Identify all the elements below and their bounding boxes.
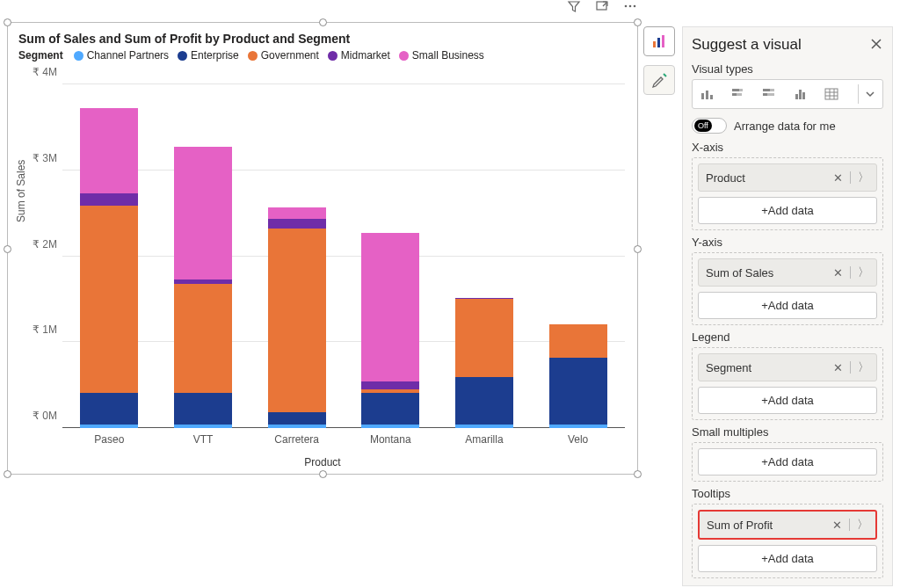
add-data-button[interactable]: +Add data	[698, 387, 877, 414]
svg-rect-0	[597, 2, 606, 10]
segment-midmarket[interactable]	[80, 193, 138, 205]
segment-government[interactable]	[549, 324, 607, 358]
legend-swatch-channel	[74, 51, 83, 61]
visual-type-stacked-bar-icon[interactable]	[729, 84, 748, 104]
visual-type-table-icon[interactable]	[822, 84, 841, 104]
segment-channel-partners[interactable]	[549, 425, 607, 428]
field-pill[interactable]: Sum of Profit✕〉	[698, 510, 877, 540]
bar-montana[interactable]	[361, 233, 419, 428]
remove-field-icon[interactable]: ✕	[833, 171, 843, 185]
remove-field-icon[interactable]: ✕	[833, 361, 843, 374]
field-pill[interactable]: Segment✕〉	[698, 353, 877, 381]
field-options-icon[interactable]: 〉	[858, 265, 869, 280]
segment-enterprise[interactable]	[174, 393, 232, 425]
segment-small-business[interactable]	[268, 207, 326, 219]
pane-title: Suggest a visual	[692, 36, 802, 54]
remove-field-icon[interactable]: ✕	[832, 519, 842, 532]
bar-paseo[interactable]	[80, 108, 138, 428]
add-data-button[interactable]: +Add data	[698, 197, 877, 224]
field-pill-label: Sum of Profit	[707, 519, 773, 532]
visual-types-expand-icon[interactable]	[858, 84, 877, 104]
add-data-button[interactable]: +Add data	[698, 292, 877, 319]
field-well-y-axis[interactable]: Sum of Sales✕〉+Add data	[692, 252, 883, 325]
bar-carretera[interactable]	[268, 207, 326, 428]
resize-handle[interactable]	[319, 18, 327, 26]
arrange-data-label: Arrange data for me	[734, 120, 836, 133]
bar-velo[interactable]	[549, 324, 607, 428]
y-tick-label: ₹ 4M	[17, 66, 57, 78]
svg-rect-9	[710, 95, 713, 99]
segment-channel-partners[interactable]	[174, 425, 232, 428]
resize-handle[interactable]	[634, 18, 642, 26]
y-tick-label: ₹ 0M	[17, 410, 57, 422]
segment-enterprise[interactable]	[549, 358, 607, 425]
bar-amarilla[interactable]	[455, 298, 513, 428]
svg-rect-7	[701, 93, 704, 99]
more-options-icon[interactable]	[622, 0, 638, 14]
resize-handle[interactable]	[4, 245, 11, 253]
add-data-button[interactable]: +Add data	[698, 448, 877, 475]
plot-area: ₹ 0M₹ 1M₹ 2M₹ 3M₹ 4M	[62, 84, 625, 428]
field-well-small-multiples[interactable]: +Add data	[692, 442, 883, 482]
segment-small-business[interactable]	[174, 147, 232, 279]
field-pill-label: Product	[706, 171, 745, 185]
resize-handle[interactable]	[319, 470, 327, 478]
resize-handle[interactable]	[634, 470, 642, 478]
segment-enterprise[interactable]	[455, 377, 513, 424]
segment-midmarket[interactable]	[268, 219, 326, 229]
suggest-visual-icon[interactable]	[643, 26, 675, 56]
segment-government[interactable]	[80, 206, 138, 393]
remove-field-icon[interactable]: ✕	[833, 266, 843, 279]
svg-rect-11	[739, 89, 743, 91]
y-tick-label: ₹ 2M	[17, 238, 57, 250]
bar-vtt[interactable]	[174, 147, 232, 428]
chart-legend: Segment Channel Partners Enterprise Gove…	[8, 49, 637, 65]
x-axis-ticks: PaseoVTTCarreteraMontanaAmarillaVelo	[62, 433, 625, 446]
field-well-label: Legend	[692, 330, 883, 344]
field-options-icon[interactable]: 〉	[858, 359, 869, 375]
visual-type-100stacked-bar-icon[interactable]	[759, 84, 779, 104]
visual-type-clustered-bar-icon[interactable]	[791, 84, 810, 104]
segment-channel-partners[interactable]	[455, 425, 513, 428]
segment-government[interactable]	[174, 284, 232, 393]
segment-government[interactable]	[268, 229, 326, 412]
segment-enterprise[interactable]	[361, 393, 419, 425]
field-pill-actions: ✕〉	[833, 170, 869, 185]
field-pill-actions: ✕〉	[832, 517, 868, 533]
chart-visual-frame[interactable]: Sum of Sales and Sum of Profit by Produc…	[7, 22, 638, 475]
close-icon[interactable]	[869, 37, 883, 54]
resize-handle[interactable]	[4, 470, 11, 478]
field-well-tooltips[interactable]: Sum of Profit✕〉+Add data	[692, 504, 883, 578]
legend-swatch-enterprise	[178, 51, 187, 61]
arrange-data-toggle[interactable]: Off	[692, 118, 727, 134]
field-well-label: Y-axis	[692, 236, 883, 249]
segment-government[interactable]	[455, 299, 513, 377]
field-pill[interactable]: Product✕〉	[698, 163, 877, 192]
field-options-icon[interactable]: 〉	[857, 517, 868, 533]
filter-icon[interactable]	[566, 0, 582, 14]
legend-swatch-government	[248, 51, 258, 61]
segment-enterprise[interactable]	[80, 393, 138, 425]
segment-channel-partners[interactable]	[80, 425, 138, 428]
segment-enterprise[interactable]	[268, 412, 326, 424]
format-visual-icon[interactable]	[643, 65, 675, 95]
svg-rect-6	[662, 35, 664, 47]
x-tick-label: Montana	[361, 433, 419, 446]
field-pill[interactable]: Sum of Sales✕〉	[698, 258, 877, 287]
field-options-icon[interactable]: 〉	[858, 170, 869, 185]
resize-handle[interactable]	[634, 245, 642, 253]
field-well-x-axis[interactable]: Product✕〉+Add data	[692, 157, 883, 230]
resize-handle[interactable]	[4, 18, 11, 26]
visual-side-icons	[643, 26, 675, 95]
add-data-button[interactable]: +Add data	[698, 545, 877, 572]
segment-small-business[interactable]	[80, 108, 138, 194]
x-tick-label: Amarilla	[455, 433, 513, 446]
segment-channel-partners[interactable]	[268, 425, 326, 428]
field-well-legend[interactable]: Segment✕〉+Add data	[692, 347, 883, 420]
x-tick-label: VTT	[174, 433, 232, 446]
segment-small-business[interactable]	[361, 233, 419, 381]
segment-channel-partners[interactable]	[361, 425, 419, 428]
segment-midmarket[interactable]	[361, 381, 419, 389]
focus-mode-icon[interactable]	[594, 0, 610, 14]
visual-type-clustered-column-icon[interactable]	[698, 84, 717, 104]
